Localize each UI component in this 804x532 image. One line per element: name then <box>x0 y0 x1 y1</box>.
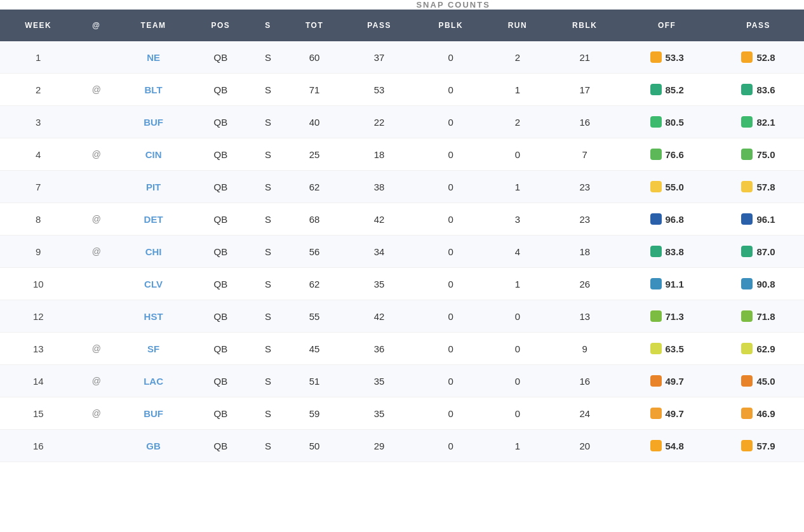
off-color-dot <box>650 246 662 257</box>
table-row: 8 @ DET QB S 68 42 0 3 23 96.8 96.1 <box>0 203 804 236</box>
cell-team[interactable]: PIT <box>116 171 190 203</box>
off-color-dot <box>650 213 662 225</box>
cell-rblk: 26 <box>548 268 621 300</box>
cell-pass2: 82.1 <box>713 106 804 138</box>
cell-pblk: 0 <box>415 236 487 268</box>
cell-pblk: 0 <box>415 333 487 365</box>
pass2-value: 75.0 <box>756 149 775 160</box>
cell-pos: QB <box>191 236 251 268</box>
cell-at <box>77 300 117 333</box>
off-value: 53.3 <box>666 52 684 63</box>
cell-team[interactable]: CLV <box>116 268 190 300</box>
cell-run: 2 <box>487 41 549 74</box>
cell-team[interactable]: BLT <box>116 74 190 106</box>
cell-pass2: 90.8 <box>713 268 804 300</box>
cell-run: 1 <box>487 430 549 462</box>
off-value: 71.3 <box>666 311 684 322</box>
cell-run: 0 <box>487 300 549 333</box>
col-pos: POS <box>191 10 251 41</box>
cell-s: S <box>251 333 285 365</box>
cell-team[interactable]: NE <box>116 41 190 74</box>
cell-pblk: 0 <box>415 268 487 300</box>
cell-at: @ <box>77 333 117 365</box>
cell-team[interactable]: BUF <box>116 397 190 430</box>
cell-at <box>77 41 117 74</box>
cell-at: @ <box>77 365 117 397</box>
table-row: 10 CLV QB S 62 35 0 1 26 91.1 90.8 <box>0 268 804 300</box>
cell-tot: 60 <box>285 41 344 74</box>
cell-pblk: 0 <box>415 365 487 397</box>
cell-rblk: 21 <box>548 41 621 74</box>
off-value: 85.2 <box>666 84 684 95</box>
cell-week: 2 <box>0 74 77 106</box>
cell-tot: 71 <box>285 74 344 106</box>
banner-empty-left <box>0 0 285 10</box>
cell-team[interactable]: BUF <box>116 106 190 138</box>
pass2-color-dot <box>741 278 753 289</box>
pass2-color-dot <box>741 149 753 160</box>
cell-pass2: 52.8 <box>713 41 804 74</box>
cell-s: S <box>251 74 285 106</box>
col-pblk: PBLK <box>415 10 487 41</box>
cell-pass2: 71.8 <box>713 300 804 333</box>
cell-team[interactable]: CIN <box>116 138 190 171</box>
cell-rblk: 23 <box>548 203 621 236</box>
cell-tot: 45 <box>285 333 344 365</box>
cell-rblk: 9 <box>548 333 621 365</box>
cell-week: 10 <box>0 268 77 300</box>
cell-week: 3 <box>0 106 77 138</box>
cell-s: S <box>251 365 285 397</box>
cell-rblk: 18 <box>548 236 621 268</box>
pass2-color-dot <box>741 213 753 225</box>
cell-tot: 59 <box>285 397 344 430</box>
cell-at <box>77 268 117 300</box>
cell-team[interactable]: DET <box>116 203 190 236</box>
table-row: 16 GB QB S 50 29 0 1 20 54.8 57.9 <box>0 430 804 462</box>
cell-pblk: 0 <box>415 430 487 462</box>
cell-week: 13 <box>0 333 77 365</box>
snap-counts-banner: SNAP COUNTS <box>285 0 621 10</box>
off-value: 49.7 <box>666 408 684 419</box>
col-pass2: PASS <box>713 10 804 41</box>
cell-rblk: 24 <box>548 397 621 430</box>
col-tot: TOT <box>285 10 344 41</box>
cell-pass2: 96.1 <box>713 203 804 236</box>
pass2-color-dot <box>741 84 753 95</box>
off-color-dot <box>650 149 662 160</box>
cell-pass2: 83.6 <box>713 74 804 106</box>
off-value: 91.1 <box>666 279 684 289</box>
cell-team[interactable]: SF <box>116 333 190 365</box>
cell-team[interactable]: LAC <box>116 365 190 397</box>
off-value: 80.5 <box>666 117 684 128</box>
cell-off: 76.6 <box>621 138 713 171</box>
table-row: 15 @ BUF QB S 59 35 0 0 24 49.7 46.9 <box>0 397 804 430</box>
cell-at <box>77 430 117 462</box>
cell-team[interactable]: HST <box>116 300 190 333</box>
cell-pblk: 0 <box>415 397 487 430</box>
cell-tot: 62 <box>285 268 344 300</box>
cell-off: 80.5 <box>621 106 713 138</box>
cell-s: S <box>251 203 285 236</box>
cell-off: 96.8 <box>621 203 713 236</box>
cell-pass: 38 <box>344 171 415 203</box>
cell-pass: 35 <box>344 365 415 397</box>
cell-pass: 35 <box>344 397 415 430</box>
pass2-value: 82.1 <box>756 117 775 128</box>
pass2-value: 83.6 <box>756 84 775 95</box>
pass2-color-dot <box>741 51 753 63</box>
cell-team[interactable]: CHI <box>116 236 190 268</box>
cell-pass2: 45.0 <box>713 365 804 397</box>
off-value: 55.0 <box>666 182 684 192</box>
pass2-value: 87.0 <box>756 246 775 257</box>
cell-off: 54.8 <box>621 430 713 462</box>
cell-week: 8 <box>0 203 77 236</box>
off-color-dot <box>650 278 662 289</box>
pass2-color-dot <box>741 375 753 387</box>
cell-pass2: 57.8 <box>713 171 804 203</box>
cell-run: 1 <box>487 268 549 300</box>
off-color-dot <box>650 116 662 128</box>
cell-team[interactable]: GB <box>116 430 190 462</box>
cell-tot: 25 <box>285 138 344 171</box>
cell-week: 16 <box>0 430 77 462</box>
pass2-value: 62.9 <box>756 343 775 354</box>
